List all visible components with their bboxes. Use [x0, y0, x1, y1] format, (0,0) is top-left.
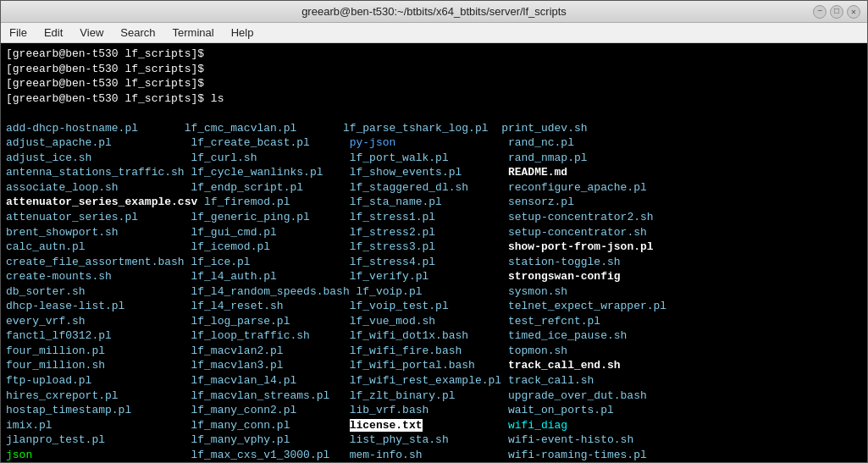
menu-terminal[interactable]: Terminal: [164, 25, 223, 41]
maximize-button[interactable]: □: [830, 5, 843, 19]
prompt-line-1: [greearb@ben-t530 lf_scripts]$: [6, 47, 862, 62]
minimize-button[interactable]: −: [813, 5, 827, 19]
menu-view[interactable]: View: [71, 25, 112, 41]
menu-edit[interactable]: Edit: [36, 25, 71, 41]
menubar: File Edit View Search Terminal Help: [1, 23, 867, 43]
menu-file[interactable]: File: [1, 25, 36, 41]
terminal-output[interactable]: [greearb@ben-t530 lf_scripts]$ [greearb@…: [1, 43, 867, 462]
ls-output: add-dhcp-hostname.pl lf_cmc_macvlan.pl l…: [6, 106, 862, 462]
prompt-line-3: [greearb@ben-t530 lf_scripts]$: [6, 76, 862, 91]
menu-help[interactable]: Help: [223, 25, 263, 41]
prompt-line-2: [greearb@ben-t530 lf_scripts]$: [6, 62, 862, 77]
window-title: greearb@ben-t530:~/btbits/x64_btbits/ser…: [301, 5, 567, 18]
close-button[interactable]: ✕: [847, 5, 860, 19]
menu-search[interactable]: Search: [112, 25, 163, 41]
prompt-line-4: [greearb@ben-t530 lf_scripts]$ ls: [6, 91, 862, 107]
window-controls: − □ ✕: [813, 5, 860, 19]
terminal-window: greearb@ben-t530:~/btbits/x64_btbits/ser…: [0, 0, 868, 463]
titlebar: greearb@ben-t530:~/btbits/x64_btbits/ser…: [1, 1, 867, 23]
